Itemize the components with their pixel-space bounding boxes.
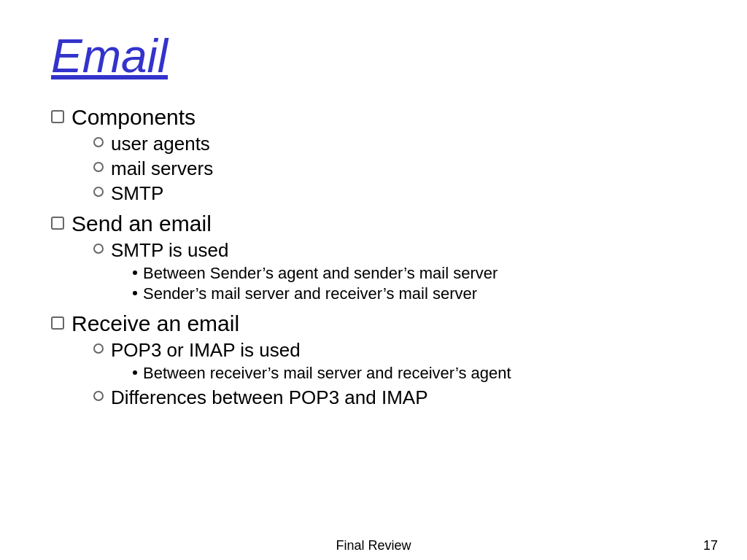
bullet-icon: [93, 162, 104, 172]
list-item: Components user agents mail servers: [51, 105, 703, 207]
bullet-icon: [133, 291, 137, 295]
footer-page: 17: [703, 538, 718, 553]
item-text: user agents: [111, 133, 210, 155]
item-text: SMTP is used: [111, 239, 228, 261]
item-text: Between receiver’s mail server and recei…: [143, 364, 511, 383]
bullet-icon: [133, 271, 137, 275]
list-item: Send an email SMTP is used Between Sende…: [51, 211, 703, 307]
list-item: Between Sender’s agent and sender’s mail…: [133, 264, 703, 283]
sub-sub-list: Between receiver’s mail server and recei…: [111, 364, 703, 383]
slide-title: Email: [51, 29, 703, 83]
item-text: SMTP: [111, 182, 163, 204]
item-text: Sender’s mail server and receiver’s mail…: [143, 284, 477, 303]
bullet-icon: [133, 370, 137, 375]
bullet-icon: [51, 316, 64, 330]
item-text: Send an email: [71, 211, 212, 236]
item-text: Components: [71, 105, 196, 129]
item-text: Differences between POP3 and IMAP: [111, 386, 428, 408]
item-text: Between Sender’s agent and sender’s mail…: [143, 264, 498, 283]
sub-list: SMTP is used Between Sender’s agent and …: [71, 239, 703, 305]
list-item: Receive an email POP3 or IMAP is used Be…: [51, 311, 703, 411]
list-item: mail servers: [93, 158, 703, 180]
list-item: POP3 or IMAP is used Between receiver’s …: [93, 339, 703, 384]
list-item: user agents: [93, 133, 703, 155]
item-text: Receive an email: [71, 311, 239, 335]
list-item: Sender’s mail server and receiver’s mail…: [133, 284, 703, 303]
sub-list: POP3 or IMAP is used Between receiver’s …: [71, 339, 703, 409]
bullet-icon: [93, 343, 104, 354]
slide: Email Components user agents: [0, 0, 747, 560]
bullet-icon: [93, 244, 104, 254]
bullet-icon: [93, 137, 104, 147]
list-item: Differences between POP3 and IMAP: [93, 386, 703, 409]
bullet-icon: [93, 391, 104, 401]
bullet-icon: [51, 217, 64, 230]
item-text: mail servers: [111, 158, 213, 179]
main-list: Components user agents mail servers: [51, 105, 703, 411]
sub-list: user agents mail servers S: [71, 133, 703, 205]
list-item: SMTP: [93, 182, 703, 205]
slide-content: Components user agents mail servers: [51, 105, 703, 411]
footer-label: Final Review: [336, 538, 411, 553]
item-text: POP3 or IMAP is used: [111, 339, 301, 361]
bullet-icon: [51, 110, 64, 123]
list-item: SMTP is used Between Sender’s agent and …: [93, 239, 703, 305]
list-item: Between receiver’s mail server and recei…: [133, 364, 703, 383]
sub-sub-list: Between Sender’s agent and sender’s mail…: [111, 264, 703, 303]
bullet-icon: [93, 187, 104, 197]
